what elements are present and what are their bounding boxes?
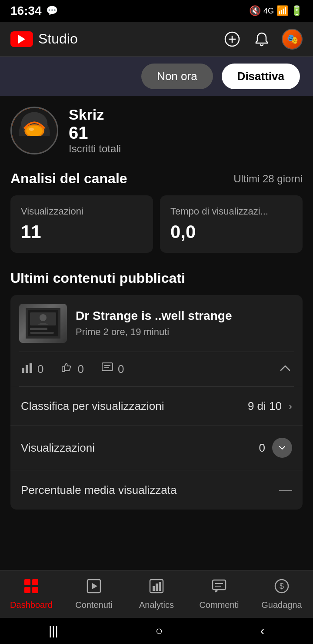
analytics-period: Ultimi 28 giorni: [233, 173, 303, 185]
svg-point-7: [26, 126, 43, 137]
views-detail-value: 0: [259, 438, 292, 458]
status-bar: 16:34 💬 🔇 4G 📶 🔋: [0, 0, 313, 22]
channel-header: Skriz 61 Iscritti totali: [10, 106, 303, 155]
video-likes-stat: 0: [61, 362, 83, 377]
video-info: Dr Strange is ..well strange Prime 2 ore…: [76, 309, 232, 338]
non-ora-button[interactable]: Non ora: [141, 64, 213, 89]
avg-percent-dash: —: [279, 483, 292, 497]
gesture-menu-icon[interactable]: |||: [49, 624, 58, 638]
video-thumbnail: [19, 304, 67, 343]
avg-percent-label: Percentuale media visualizzata: [21, 483, 176, 497]
notification-banner: Non ora Disattiva: [0, 57, 313, 96]
video-row[interactable]: Dr Strange is ..well strange Prime 2 ore…: [10, 295, 303, 352]
video-title: Dr Strange is ..well strange: [76, 309, 232, 323]
latest-content-title: Ultimi contenuti pubblicati: [10, 270, 303, 286]
time-display: 16:34: [10, 4, 42, 18]
svg-marker-27: [92, 583, 97, 589]
contenuti-icon: [86, 578, 102, 597]
avatar-placeholder: [12, 108, 57, 153]
rank-value: 9 di 10 ›: [248, 399, 292, 413]
thumbs-up-icon: [61, 362, 73, 377]
nav-dashboard[interactable]: Dashboard: [10, 578, 53, 610]
gesture-home-icon[interactable]: ○: [156, 624, 163, 638]
notifications-button[interactable]: [252, 30, 271, 49]
studio-text: Studio: [38, 31, 78, 47]
views-value: 11: [21, 221, 143, 242]
svg-rect-18: [62, 367, 64, 372]
battery-icon: 🔋: [291, 5, 303, 17]
content-card: Dr Strange is ..well strange Prime 2 ore…: [10, 295, 303, 510]
top-actions: 🎭: [223, 29, 303, 50]
analytics-count: 0: [37, 362, 43, 376]
contenuti-label: Contenuti: [75, 600, 113, 610]
svg-point-14: [40, 314, 47, 321]
guadagna-icon: $: [274, 578, 290, 597]
channel-avatar: [10, 107, 58, 154]
logo: Studio: [10, 31, 78, 47]
analytics-label: Analytics: [139, 600, 174, 610]
dashboard-label: Dashboard: [10, 600, 53, 610]
rank-arrow-icon: ›: [289, 400, 292, 413]
rank-number: 9 di 10: [248, 399, 282, 413]
status-time: 16:34 💬: [10, 4, 58, 18]
detail-rows: Classifica per visualizzazioni 9 di 10 ›…: [10, 387, 303, 510]
svg-rect-17: [30, 363, 32, 373]
views-detail-label: Visualizzazioni: [21, 441, 95, 455]
nav-analytics[interactable]: Analytics: [135, 578, 178, 610]
svg-rect-22: [24, 579, 30, 585]
comment-icon: [101, 362, 113, 377]
video-stats-row: 0 0 0: [10, 352, 303, 386]
bar-chart-icon: [21, 362, 33, 377]
svg-rect-29: [153, 586, 155, 591]
analytics-icon: [149, 578, 164, 597]
video-analytics-stat: 0: [21, 362, 43, 377]
views-card[interactable]: Visualizzazioni 11: [10, 195, 153, 253]
disattiva-button[interactable]: Disattiva: [222, 64, 300, 89]
svg-rect-25: [32, 587, 38, 593]
svg-rect-16: [26, 365, 28, 373]
svg-point-8: [29, 127, 34, 131]
gesture-back-icon[interactable]: ‹: [260, 624, 264, 638]
bottom-navigation: Dashboard Contenuti Analytics: [0, 570, 313, 618]
watchtime-value: 0,0: [170, 221, 292, 242]
youtube-logo-icon: [10, 31, 33, 47]
watchtime-label: Tempo di visualizzazi...: [170, 206, 292, 217]
comments-count: 0: [118, 362, 124, 376]
signal-icon: 📶: [276, 5, 288, 17]
rank-row[interactable]: Classifica per visualizzazioni 9 di 10 ›: [10, 387, 303, 425]
user-avatar[interactable]: 🎭: [282, 29, 303, 50]
nav-contenuti[interactable]: Contenuti: [72, 578, 116, 610]
rank-label: Classifica per visualizzazioni: [21, 399, 164, 413]
video-comments-stat: 0: [101, 362, 124, 377]
nav-commenti[interactable]: Commenti: [197, 578, 241, 610]
svg-text:$: $: [280, 582, 284, 590]
svg-rect-23: [32, 579, 38, 585]
top-bar: Studio 🎭: [0, 22, 313, 57]
avg-percent-value: —: [279, 483, 292, 497]
channel-name: Skriz: [69, 106, 121, 123]
likes-count: 0: [77, 362, 83, 376]
avg-percent-row[interactable]: Percentuale media visualizzata —: [10, 470, 303, 510]
gesture-bar: ||| ○ ‹: [0, 618, 313, 644]
subscribers-count: 61: [69, 123, 121, 143]
add-button[interactable]: [223, 30, 242, 49]
svg-rect-30: [156, 584, 158, 591]
thumbnail-image: [19, 304, 67, 343]
guadagna-label: Guadagna: [261, 600, 302, 610]
analytics-title: Analisi del canale: [10, 171, 127, 187]
svg-rect-13: [30, 332, 54, 334]
whatsapp-icon: 💬: [46, 5, 58, 17]
avatar-image: 🎭: [286, 34, 298, 45]
analytics-section-header: Analisi del canale Ultimi 28 giorni: [10, 171, 303, 187]
views-down-icon: [272, 438, 292, 458]
main-content: Skriz 61 Iscritti totali Analisi del can…: [0, 96, 313, 510]
svg-rect-15: [22, 368, 24, 373]
mute-icon: 🔇: [249, 5, 261, 17]
dashboard-icon: [23, 578, 39, 597]
expand-button[interactable]: [278, 361, 292, 378]
views-detail-row[interactable]: Visualizzazioni 0: [10, 425, 303, 470]
watchtime-card[interactable]: Tempo di visualizzazi... 0,0: [160, 195, 303, 253]
views-detail-number: 0: [259, 441, 265, 455]
commenti-label: Commenti: [199, 600, 239, 610]
nav-guadagna[interactable]: $ Guadagna: [260, 578, 303, 610]
